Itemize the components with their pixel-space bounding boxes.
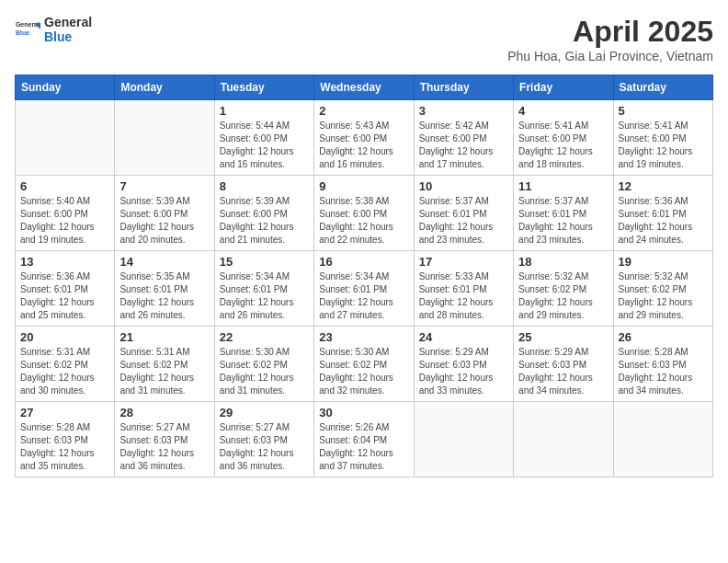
day-number: 4 <box>518 104 608 118</box>
calendar-week-row: 20Sunrise: 5:31 AMSunset: 6:02 PMDayligh… <box>16 327 713 402</box>
day-number: 30 <box>319 406 408 419</box>
svg-text:Blue: Blue <box>16 29 29 36</box>
calendar-cell: 30Sunrise: 5:26 AMSunset: 6:04 PMDayligh… <box>314 402 414 477</box>
month-title: April 2025 <box>507 15 713 49</box>
day-info: Sunrise: 5:38 AMSunset: 6:00 PMDaylight:… <box>319 195 408 247</box>
calendar-cell: 14Sunrise: 5:35 AMSunset: 6:01 PMDayligh… <box>115 251 214 327</box>
day-number: 3 <box>419 104 508 118</box>
day-info: Sunrise: 5:35 AMSunset: 6:01 PMDaylight:… <box>119 270 209 322</box>
day-number: 1 <box>220 104 309 118</box>
day-info: Sunrise: 5:44 AMSunset: 6:00 PMDaylight:… <box>220 120 309 171</box>
weekday-header-sunday: Sunday <box>16 75 115 100</box>
day-info: Sunrise: 5:41 AMSunset: 6:00 PMDaylight:… <box>518 120 608 171</box>
calendar-cell: 7Sunrise: 5:39 AMSunset: 6:00 PMDaylight… <box>115 176 214 251</box>
day-number: 6 <box>20 179 109 193</box>
calendar-cell: 16Sunrise: 5:34 AMSunset: 6:01 PMDayligh… <box>314 251 414 327</box>
day-info: Sunrise: 5:32 AMSunset: 6:02 PMDaylight:… <box>518 270 608 322</box>
calendar-cell: 28Sunrise: 5:27 AMSunset: 6:03 PMDayligh… <box>115 402 214 477</box>
day-info: Sunrise: 5:32 AMSunset: 6:02 PMDaylight:… <box>619 270 708 322</box>
calendar-cell: 18Sunrise: 5:32 AMSunset: 6:02 PMDayligh… <box>514 251 613 327</box>
calendar-cell: 12Sunrise: 5:36 AMSunset: 6:01 PMDayligh… <box>613 176 712 251</box>
day-number: 8 <box>220 179 309 193</box>
day-info: Sunrise: 5:34 AMSunset: 6:01 PMDaylight:… <box>319 270 408 322</box>
day-number: 11 <box>518 179 608 193</box>
logo: General Blue General Blue <box>15 15 92 44</box>
day-info: Sunrise: 5:27 AMSunset: 6:03 PMDaylight:… <box>119 421 209 473</box>
calendar-cell <box>514 402 613 477</box>
day-info: Sunrise: 5:37 AMSunset: 6:01 PMDaylight:… <box>518 195 608 247</box>
day-info: Sunrise: 5:29 AMSunset: 6:03 PMDaylight:… <box>419 346 508 397</box>
day-number: 9 <box>319 179 408 193</box>
location-title: Phu Hoa, Gia Lai Province, Vietnam <box>507 49 713 63</box>
calendar-cell: 2Sunrise: 5:43 AMSunset: 6:00 PMDaylight… <box>314 100 414 176</box>
calendar-table: SundayMondayTuesdayWednesdayThursdayFrid… <box>15 75 713 477</box>
day-info: Sunrise: 5:42 AMSunset: 6:00 PMDaylight:… <box>419 120 508 171</box>
weekday-header-friday: Friday <box>514 75 613 100</box>
weekday-header-row: SundayMondayTuesdayWednesdayThursdayFrid… <box>16 75 713 100</box>
day-number: 16 <box>319 255 408 269</box>
calendar-cell <box>16 100 115 176</box>
calendar-cell: 4Sunrise: 5:41 AMSunset: 6:00 PMDaylight… <box>514 100 613 176</box>
day-number: 24 <box>419 330 508 344</box>
day-info: Sunrise: 5:39 AMSunset: 6:00 PMDaylight:… <box>119 195 209 247</box>
day-info: Sunrise: 5:41 AMSunset: 6:00 PMDaylight:… <box>619 120 708 171</box>
calendar-cell <box>613 402 712 477</box>
title-block: April 2025 Phu Hoa, Gia Lai Province, Vi… <box>507 15 713 63</box>
day-info: Sunrise: 5:30 AMSunset: 6:02 PMDaylight:… <box>220 346 309 397</box>
calendar-cell: 6Sunrise: 5:40 AMSunset: 6:00 PMDaylight… <box>16 176 115 251</box>
day-number: 27 <box>20 406 109 419</box>
calendar-cell: 11Sunrise: 5:37 AMSunset: 6:01 PMDayligh… <box>514 176 613 251</box>
logo-icon: General Blue <box>15 17 40 42</box>
calendar-cell: 9Sunrise: 5:38 AMSunset: 6:00 PMDaylight… <box>314 176 414 251</box>
day-number: 14 <box>119 255 209 269</box>
day-info: Sunrise: 5:28 AMSunset: 6:03 PMDaylight:… <box>20 421 109 473</box>
weekday-header-monday: Monday <box>115 75 214 100</box>
day-info: Sunrise: 5:39 AMSunset: 6:00 PMDaylight:… <box>220 195 309 247</box>
calendar-cell: 29Sunrise: 5:27 AMSunset: 6:03 PMDayligh… <box>214 402 313 477</box>
day-number: 10 <box>419 179 508 193</box>
calendar-cell <box>414 402 513 477</box>
day-number: 2 <box>319 104 408 118</box>
calendar-cell: 22Sunrise: 5:30 AMSunset: 6:02 PMDayligh… <box>214 327 313 402</box>
day-number: 21 <box>119 330 209 344</box>
calendar-cell: 24Sunrise: 5:29 AMSunset: 6:03 PMDayligh… <box>414 327 513 402</box>
day-number: 22 <box>220 330 309 344</box>
day-info: Sunrise: 5:34 AMSunset: 6:01 PMDaylight:… <box>220 270 309 322</box>
calendar-week-row: 1Sunrise: 5:44 AMSunset: 6:00 PMDaylight… <box>16 100 713 176</box>
calendar-cell: 1Sunrise: 5:44 AMSunset: 6:00 PMDaylight… <box>214 100 313 176</box>
day-number: 7 <box>119 179 209 193</box>
day-info: Sunrise: 5:27 AMSunset: 6:03 PMDaylight:… <box>220 421 309 473</box>
day-info: Sunrise: 5:31 AMSunset: 6:02 PMDaylight:… <box>119 346 209 397</box>
day-number: 28 <box>119 406 209 419</box>
day-info: Sunrise: 5:36 AMSunset: 6:01 PMDaylight:… <box>619 195 708 247</box>
weekday-header-saturday: Saturday <box>613 75 712 100</box>
calendar-cell: 20Sunrise: 5:31 AMSunset: 6:02 PMDayligh… <box>16 327 115 402</box>
day-info: Sunrise: 5:31 AMSunset: 6:02 PMDaylight:… <box>20 346 109 397</box>
day-number: 13 <box>20 255 109 269</box>
calendar-cell: 8Sunrise: 5:39 AMSunset: 6:00 PMDaylight… <box>214 176 313 251</box>
calendar-cell <box>115 100 214 176</box>
day-info: Sunrise: 5:26 AMSunset: 6:04 PMDaylight:… <box>319 421 408 473</box>
day-number: 5 <box>619 104 708 118</box>
weekday-header-thursday: Thursday <box>414 75 513 100</box>
calendar-cell: 5Sunrise: 5:41 AMSunset: 6:00 PMDaylight… <box>613 100 712 176</box>
day-info: Sunrise: 5:37 AMSunset: 6:01 PMDaylight:… <box>419 195 508 247</box>
calendar-week-row: 6Sunrise: 5:40 AMSunset: 6:00 PMDaylight… <box>16 176 713 251</box>
day-info: Sunrise: 5:40 AMSunset: 6:00 PMDaylight:… <box>20 195 109 247</box>
day-number: 25 <box>518 330 608 344</box>
day-info: Sunrise: 5:43 AMSunset: 6:00 PMDaylight:… <box>319 120 408 171</box>
day-number: 17 <box>419 255 508 269</box>
day-info: Sunrise: 5:28 AMSunset: 6:03 PMDaylight:… <box>619 346 708 397</box>
calendar-cell: 3Sunrise: 5:42 AMSunset: 6:00 PMDaylight… <box>414 100 513 176</box>
calendar-cell: 10Sunrise: 5:37 AMSunset: 6:01 PMDayligh… <box>414 176 513 251</box>
calendar-week-row: 13Sunrise: 5:36 AMSunset: 6:01 PMDayligh… <box>16 251 713 327</box>
calendar-week-row: 27Sunrise: 5:28 AMSunset: 6:03 PMDayligh… <box>16 402 713 477</box>
logo-blue-text: Blue <box>44 29 92 44</box>
calendar-cell: 15Sunrise: 5:34 AMSunset: 6:01 PMDayligh… <box>214 251 313 327</box>
calendar-cell: 21Sunrise: 5:31 AMSunset: 6:02 PMDayligh… <box>115 327 214 402</box>
page-header: General Blue General Blue April 2025 Phu… <box>15 15 713 63</box>
day-number: 20 <box>20 330 109 344</box>
day-number: 15 <box>220 255 309 269</box>
calendar-cell: 23Sunrise: 5:30 AMSunset: 6:02 PMDayligh… <box>314 327 414 402</box>
day-number: 29 <box>220 406 309 419</box>
